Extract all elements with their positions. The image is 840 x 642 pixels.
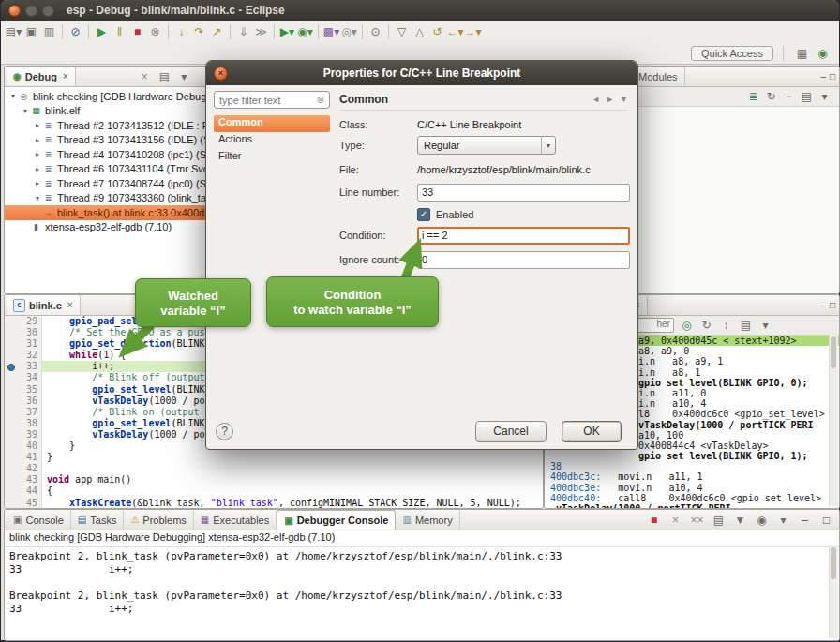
- filter-input[interactable]: type filter text ⊗: [214, 91, 330, 109]
- prev-annotation-icon[interactable]: △: [411, 23, 428, 41]
- tree-expander-icon[interactable]: ▸: [33, 179, 42, 187]
- close-window-icon[interactable]: [8, 5, 21, 17]
- tab-memory[interactable]: ▥Memory: [396, 511, 459, 530]
- suspend-icon[interactable]: ‖: [111, 23, 128, 41]
- tab-debugger-console[interactable]: ▣Debugger Console: [277, 510, 396, 530]
- editor-marker-gutter[interactable]: [5, 372, 17, 383]
- refresh-disassembly-icon[interactable]: ↻: [698, 317, 715, 335]
- coverage-icon[interactable]: ▩▾: [322, 23, 340, 41]
- minimize-view-icon[interactable]: –: [820, 300, 826, 310]
- chevron-down-icon[interactable]: ▼: [620, 95, 628, 104]
- show-registers-icon[interactable]: ≣: [744, 88, 762, 106]
- disassembly-menu-icon[interactable]: ▾: [757, 317, 774, 335]
- step-over-icon[interactable]: ↷: [190, 23, 208, 41]
- tab-executables[interactable]: ▦Executables: [194, 511, 277, 530]
- terminate-launch-icon[interactable]: ■: [645, 511, 663, 529]
- editor-marker-gutter[interactable]: [5, 440, 17, 452]
- help-button[interactable]: ?: [216, 423, 233, 440]
- editor-marker-gutter[interactable]: [5, 498, 17, 509]
- tab-problems[interactable]: ⚠Problems: [124, 511, 193, 530]
- remove-all-launches-icon[interactable]: ××: [688, 511, 706, 529]
- editor-marker-gutter[interactable]: [5, 418, 17, 429]
- cancel-button[interactable]: Cancel: [475, 421, 547, 442]
- external-tools-icon[interactable]: ◎▾: [340, 23, 358, 41]
- minimize-view-icon[interactable]: –: [820, 71, 826, 82]
- editor-marker-gutter[interactable]: [5, 396, 17, 407]
- disassembly-line[interactable]: gpio_set_level(BLINK_GPIO, 1);: [545, 451, 839, 461]
- clear-filter-icon[interactable]: ⊗: [317, 95, 324, 105]
- editor-marker-gutter[interactable]: [5, 338, 17, 350]
- new-wizard-icon[interactable]: ▤▾: [5, 23, 22, 41]
- scrollbar[interactable]: [829, 335, 838, 506]
- maximize-window-icon[interactable]: [42, 5, 54, 17]
- editor-marker-gutter[interactable]: [5, 474, 17, 485]
- tree-expander-icon[interactable]: ▾: [21, 107, 30, 115]
- sync-selection-icon[interactable]: ↕: [717, 317, 735, 335]
- search-icon[interactable]: ⊙: [367, 23, 384, 41]
- clear-console-icon[interactable]: ▤: [710, 511, 728, 529]
- editor-line[interactable]: 43void app_main(): [5, 474, 543, 485]
- editor-line[interactable]: 44{: [5, 485, 543, 497]
- console-menu-icon[interactable]: ▾: [774, 511, 792, 529]
- resume-icon[interactable]: ▶: [93, 23, 111, 41]
- step-return-icon[interactable]: ↗: [208, 23, 226, 41]
- ignore-count-input[interactable]: 0: [417, 251, 630, 269]
- save-all-icon[interactable]: ▥: [40, 23, 58, 41]
- disconnect-icon[interactable]: ⊗: [146, 23, 164, 41]
- chevron-down-icon[interactable]: ▾: [541, 137, 555, 154]
- forward-icon[interactable]: →▾: [464, 23, 482, 41]
- editor-marker-gutter[interactable]: →: [5, 361, 17, 372]
- forward-icon[interactable]: ►: [606, 95, 614, 104]
- editor-marker-gutter[interactable]: [5, 452, 17, 463]
- close-tab-icon[interactable]: ×: [63, 71, 68, 82]
- editor-line[interactable]: 42: [5, 463, 543, 474]
- view-menu-icon[interactable]: ▾: [816, 88, 833, 106]
- editor-marker-gutter[interactable]: [5, 316, 17, 327]
- dialog-section-filter[interactable]: Filter: [214, 149, 330, 166]
- console-output[interactable]: Breakpoint 2, blink_task (pvParameter=0x…: [5, 547, 839, 641]
- tab-tasks[interactable]: ▤Tasks: [71, 511, 125, 530]
- maximize-view-icon[interactable]: □: [830, 71, 835, 82]
- step-into-icon[interactable]: ↓: [172, 23, 190, 41]
- tree-expander-icon[interactable]: ▾: [33, 194, 42, 202]
- drop-to-frame-icon[interactable]: ⇓: [234, 23, 252, 41]
- pin-console-icon[interactable]: ◉: [753, 511, 771, 529]
- remove-launch-icon[interactable]: ×: [667, 511, 684, 529]
- editor-marker-gutter[interactable]: [5, 407, 17, 418]
- maximize-view-icon[interactable]: □: [818, 511, 835, 529]
- condition-input[interactable]: i == 2: [417, 227, 630, 245]
- tree-expander-icon[interactable]: ▸: [33, 136, 42, 144]
- maximize-view-icon[interactable]: □: [830, 300, 835, 310]
- editor-line[interactable]: 45 xTaskCreate(&blink_task, "blink_task"…: [5, 498, 543, 509]
- locate-pc-icon[interactable]: ◎: [678, 317, 696, 335]
- tab-blink-c[interactable]: c blink.c ×: [7, 295, 81, 315]
- back-icon[interactable]: ◄: [592, 95, 600, 104]
- refresh-view-icon[interactable]: ↻: [762, 88, 780, 106]
- debug-view-menu-icon[interactable]: ▾: [175, 67, 193, 85]
- scroll-lock-icon[interactable]: ▼: [731, 511, 749, 529]
- show-source-icon[interactable]: ▤: [737, 317, 755, 335]
- dialog-section-actions[interactable]: Actions: [214, 132, 330, 149]
- line-number-input[interactable]: 33: [417, 184, 630, 202]
- editor-marker-gutter[interactable]: [5, 463, 17, 474]
- instruction-stepping-icon[interactable]: ≫: [252, 23, 270, 41]
- save-icon[interactable]: ▣: [22, 23, 40, 41]
- disassembly-line[interactable]: 400dbc3e: movi.n a10, 4: [545, 483, 839, 493]
- minimize-window-icon[interactable]: [25, 5, 38, 17]
- open-perspective-icon[interactable]: ▦: [793, 44, 811, 62]
- dialog-section-common[interactable]: Common: [214, 115, 330, 132]
- scrollbar-thumb[interactable]: [831, 336, 836, 368]
- type-dropdown[interactable]: Regular▾: [417, 136, 556, 155]
- debug-icon[interactable]: ◉▾: [296, 23, 314, 41]
- minimize-view-icon[interactable]: –: [796, 511, 814, 529]
- remove-terminated-icon[interactable]: ×: [136, 67, 154, 85]
- editor-marker-gutter[interactable]: [5, 327, 17, 338]
- tree-expander-icon[interactable]: ▾: [8, 92, 18, 100]
- collapse-all-icon[interactable]: −: [780, 88, 798, 106]
- skip-breakpoints-icon[interactable]: ⊘: [67, 23, 84, 41]
- next-annotation-icon[interactable]: ▽: [393, 23, 411, 41]
- editor-marker-gutter[interactable]: [5, 384, 17, 396]
- disassembly-line[interactable]: 38: [545, 461, 839, 471]
- tab-console[interactable]: ▣Console: [7, 511, 71, 530]
- editor-marker-gutter[interactable]: [5, 429, 17, 440]
